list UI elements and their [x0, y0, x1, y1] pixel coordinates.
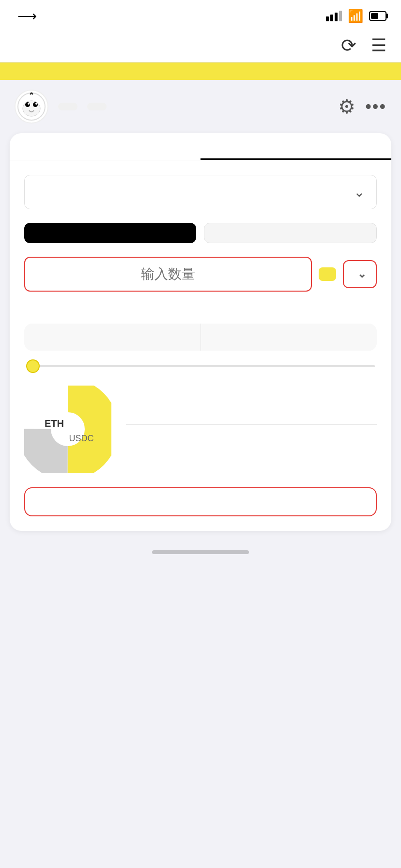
dodo-logo	[15, 90, 48, 124]
status-icons: 📶	[326, 9, 386, 24]
amount-input[interactable]	[24, 257, 312, 292]
svg-point-5	[35, 103, 37, 105]
pool-pie-chart: ETH USDC	[24, 386, 111, 473]
chart-stats-section: ETH USDC	[24, 386, 377, 473]
more-options-icon[interactable]: •••	[365, 96, 386, 117]
eth-pie-label: ETH	[45, 418, 64, 429]
wallet-address[interactable]	[58, 103, 77, 110]
slider-container	[24, 365, 377, 371]
slider-track[interactable]	[26, 365, 375, 367]
browser-bar: ⟳ ☰	[0, 29, 401, 62]
token-chevron-icon: ⌄	[357, 268, 366, 280]
amount-input-row: ⌄	[24, 257, 377, 292]
proportion-cell	[201, 324, 377, 351]
tab-trade[interactable]	[10, 133, 200, 160]
token-selector[interactable]: ⌄	[343, 260, 377, 288]
refresh-button[interactable]: ⟳	[341, 35, 356, 56]
tab-pool[interactable]	[200, 133, 391, 160]
pool-stats	[126, 415, 377, 444]
my-pool-button[interactable]	[87, 103, 107, 110]
browser-actions[interactable]: ⟳ ☰	[341, 35, 386, 56]
svg-point-1	[23, 101, 40, 116]
pair-selector[interactable]: ⌄	[24, 175, 377, 209]
deposit-button[interactable]	[24, 223, 196, 243]
signal-bars	[326, 11, 342, 21]
svg-point-4	[28, 103, 30, 105]
pool-card: ⌄ ⌄	[10, 160, 391, 531]
withdraw-button[interactable]	[204, 223, 377, 243]
confirm-button[interactable]	[24, 487, 377, 516]
svg-point-3	[33, 102, 38, 107]
pool-info-grid	[24, 324, 377, 351]
usdc-pie-label: USDC	[69, 434, 93, 443]
max-button[interactable]	[319, 267, 336, 281]
deposit-withdraw-buttons	[24, 223, 377, 243]
battery-icon	[369, 11, 386, 21]
my-pool-cell	[24, 324, 201, 351]
dodo-mascot-icon	[17, 92, 46, 121]
home-indicator	[0, 542, 401, 569]
location-icon: ⟶	[17, 8, 37, 24]
app-header: ⚙ •••	[0, 80, 401, 133]
tabs-bar	[10, 133, 391, 160]
svg-point-2	[25, 102, 30, 107]
menu-button[interactable]: ☰	[371, 35, 386, 56]
wifi-icon: 📶	[348, 9, 363, 24]
pair-chevron-icon: ⌄	[354, 184, 365, 200]
slider-thumb[interactable]	[26, 359, 40, 373]
stats-divider	[126, 424, 377, 425]
warning-banner[interactable]	[0, 62, 401, 80]
status-bar: ⟶ 📶	[0, 0, 401, 29]
home-bar	[152, 550, 249, 554]
status-time: ⟶	[15, 8, 37, 24]
settings-icon[interactable]: ⚙	[338, 95, 355, 118]
